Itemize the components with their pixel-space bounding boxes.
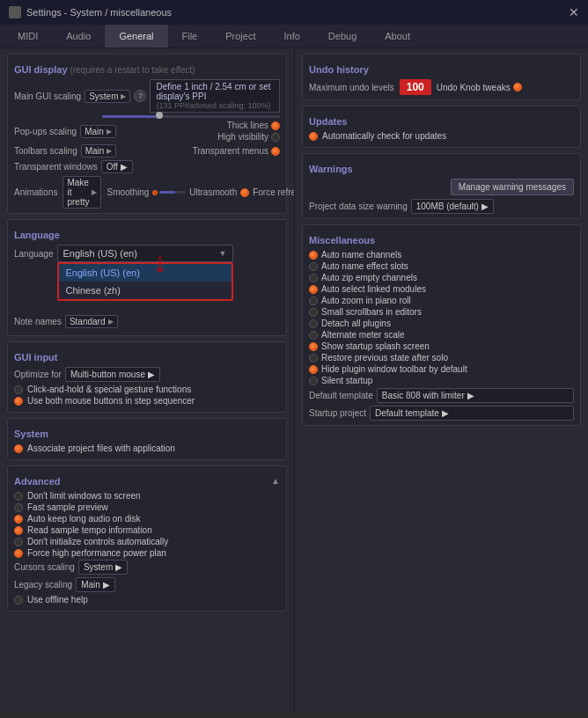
app-icon bbox=[9, 6, 21, 18]
tab-general[interactable]: General bbox=[105, 25, 167, 48]
misc-radio-3[interactable] bbox=[309, 285, 318, 294]
lang-dropdown-arrow-icon: ▼ bbox=[219, 249, 227, 258]
optimize-arrow-icon: ▶ bbox=[148, 370, 155, 379]
transparent-menus-radio[interactable] bbox=[271, 147, 280, 156]
main-gui-scaling-dropdown[interactable]: System ▶ bbox=[85, 90, 130, 103]
toolbars-arrow-icon: ▶ bbox=[107, 147, 112, 155]
misc-header: Miscellaneous bbox=[309, 235, 574, 245]
legacy-arrow-icon: ▶ bbox=[103, 580, 110, 590]
system-header: System bbox=[14, 429, 280, 439]
misc-item-9: Restore previous state after solo bbox=[309, 353, 574, 363]
dont-init-row: Don't initialize controls automatically bbox=[14, 537, 280, 546]
tab-debug[interactable]: Debug bbox=[314, 25, 371, 48]
transparent-windows-dropdown[interactable]: Off ▶ bbox=[101, 160, 133, 173]
language-header: Language bbox=[14, 230, 280, 240]
close-button[interactable]: ✕ bbox=[569, 6, 579, 18]
misc-radio-5[interactable] bbox=[309, 308, 318, 317]
offline-help-row: Use offline help bbox=[14, 595, 280, 604]
misc-radio-1[interactable] bbox=[309, 262, 318, 271]
left-panel: GUI display (requires a restart to take … bbox=[0, 48, 295, 712]
gui-input-header: GUI input bbox=[14, 352, 280, 363]
auto-keep-radio[interactable] bbox=[14, 515, 23, 524]
ppi-info-box: Define 1 inch / 2.54 cm or set display's… bbox=[150, 79, 280, 113]
gui-display-section: GUI display (requires a restart to take … bbox=[7, 54, 287, 214]
language-dropdown[interactable]: English (US) (en) ▼ bbox=[57, 245, 233, 262]
force-perf-radio[interactable] bbox=[14, 549, 23, 558]
main-gui-scaling-label: Main GUI scaling bbox=[14, 92, 81, 101]
tab-about[interactable]: About bbox=[371, 25, 424, 48]
click-hold-radio[interactable] bbox=[14, 385, 23, 394]
both-mouse-radio[interactable] bbox=[14, 397, 23, 406]
language-dropdown-container: English (US) (en) ▼ English (US) (en) Ch… bbox=[57, 245, 233, 262]
startup-project-dropdown[interactable]: Default template ▶ bbox=[370, 406, 574, 421]
dont-limit-radio[interactable] bbox=[14, 492, 23, 501]
tab-info[interactable]: Info bbox=[270, 25, 314, 48]
misc-item-3: Auto select linked modules bbox=[309, 284, 574, 294]
startup-arrow-icon: ▶ bbox=[442, 408, 449, 418]
undo-knob-radio[interactable] bbox=[513, 83, 522, 92]
associate-files-radio[interactable] bbox=[14, 444, 23, 453]
dont-init-radio[interactable] bbox=[14, 538, 23, 546]
ultrasmooth-radio[interactable] bbox=[240, 188, 249, 197]
advanced-section-title: Advanced bbox=[14, 476, 61, 487]
toolbars-scaling-dropdown[interactable]: Main ▶ bbox=[81, 144, 117, 158]
manage-warnings-button[interactable]: Manage warning messages bbox=[451, 179, 574, 195]
ppi-info-row: Main GUI scaling System ▶ ? Define 1 inc… bbox=[14, 79, 280, 113]
animations-row: Animations Make it pretty ▶ Smoothing bbox=[14, 176, 280, 209]
legacy-scaling-dropdown[interactable]: Main ▶ bbox=[76, 577, 115, 592]
optimize-dropdown[interactable]: Multi-button mouse ▶ bbox=[65, 367, 160, 382]
animations-dropdown[interactable]: Make it pretty ▶ bbox=[62, 176, 101, 209]
undo-row: Maximum undo levels 100 Undo Knob tweaks bbox=[309, 79, 574, 95]
smoothing-slider[interactable] bbox=[159, 191, 186, 194]
offline-help-radio[interactable] bbox=[14, 596, 23, 604]
fast-sample-radio[interactable] bbox=[14, 503, 23, 512]
system-section: System Associate project files with appl… bbox=[7, 418, 287, 460]
high-visibility-radio[interactable] bbox=[271, 133, 280, 142]
misc-radio-0[interactable] bbox=[309, 251, 318, 260]
tab-file[interactable]: File bbox=[168, 25, 212, 48]
default-template-dropdown[interactable]: Basic 808 with limiter ▶ bbox=[377, 388, 574, 403]
project-data-size-row: Project data size warning 100MB (default… bbox=[309, 199, 574, 214]
misc-radio-10[interactable] bbox=[309, 365, 318, 374]
force-perf-row: Force high performance power plan bbox=[14, 548, 280, 558]
tab-project[interactable]: Project bbox=[211, 25, 269, 48]
collapse-button[interactable]: ▲ bbox=[271, 476, 280, 486]
language-option-english[interactable]: English (US) (en) bbox=[59, 264, 232, 282]
tab-midi[interactable]: MIDI bbox=[4, 25, 52, 48]
undo-history-header: Undo history bbox=[309, 64, 574, 75]
tabs-bar: MIDI Audio General File Project Info Deb… bbox=[0, 25, 588, 48]
misc-radio-4[interactable] bbox=[309, 297, 318, 305]
misc-radio-9[interactable] bbox=[309, 354, 318, 363]
language-option-chinese[interactable]: Chinese (zh) bbox=[59, 282, 232, 299]
misc-item-4: Auto zoom in piano roll bbox=[309, 296, 574, 305]
auto-check-row: Automatically check for updates bbox=[309, 131, 574, 141]
note-names-dropdown[interactable]: Standard ▶ bbox=[65, 315, 118, 328]
read-sample-radio[interactable] bbox=[14, 526, 23, 535]
cursors-scaling-dropdown[interactable]: System ▶ bbox=[78, 560, 128, 575]
misc-radio-11[interactable] bbox=[309, 377, 318, 385]
click-hold-row: Click-and-hold & special gesture functio… bbox=[14, 385, 280, 394]
max-undo-value[interactable]: 100 bbox=[400, 79, 431, 95]
project-data-size-dropdown[interactable]: 100MB (default) ▶ bbox=[411, 199, 494, 214]
max-undo-label: Maximum undo levels bbox=[309, 83, 394, 92]
updates-header: Updates bbox=[309, 116, 574, 127]
misc-radio-2[interactable] bbox=[309, 274, 318, 282]
popups-scaling-row: Pop-ups scaling Main ▶ Thick lines High … bbox=[14, 121, 280, 142]
misc-radio-7[interactable] bbox=[309, 331, 318, 340]
smoothing-slider-icon bbox=[152, 190, 158, 195]
help-button[interactable]: ? bbox=[134, 90, 146, 102]
default-template-label: Default template bbox=[309, 391, 373, 400]
auto-check-radio[interactable] bbox=[309, 132, 318, 141]
transparent-windows-label: Transparent windows bbox=[14, 162, 98, 172]
warnings-header: Warnings bbox=[309, 164, 574, 174]
popups-scaling-dropdown[interactable]: Main ▶ bbox=[80, 125, 116, 138]
misc-radio-6[interactable] bbox=[309, 319, 318, 328]
tab-audio[interactable]: Audio bbox=[52, 25, 105, 48]
advanced-header: Advanced ▲ bbox=[14, 471, 280, 491]
ppi-slider[interactable] bbox=[102, 115, 280, 118]
cursors-arrow-icon: ▶ bbox=[115, 562, 122, 572]
warn-arrow-icon: ▶ bbox=[481, 201, 489, 211]
misc-radio-8[interactable] bbox=[309, 342, 318, 351]
note-names-label: Note names bbox=[14, 317, 62, 326]
thick-lines-radio[interactable] bbox=[271, 121, 280, 130]
